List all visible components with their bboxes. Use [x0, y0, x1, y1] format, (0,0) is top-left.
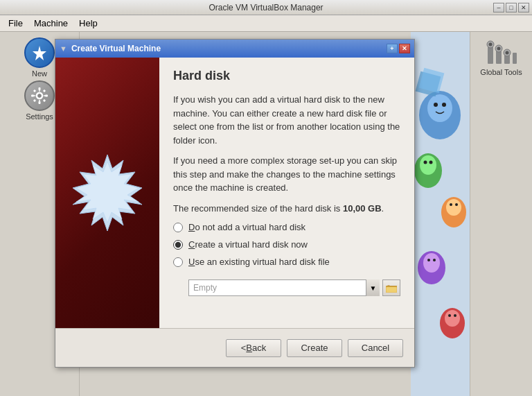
file-picker-row: Empty ▼	[188, 279, 400, 296]
para3-size: 10,00 GB	[343, 203, 382, 214]
radio-label-1: Do not add a virtual hard disk	[188, 222, 305, 232]
radio-option-2[interactable]: Create a virtual hard disk now	[173, 239, 400, 250]
window-controls: – □ ✕	[493, 3, 529, 12]
global-tools-panel: Global Tools	[470, 32, 532, 396]
svg-point-41	[488, 43, 492, 46]
global-tools-icon-svg	[485, 39, 518, 67]
dialog-expand-arrow[interactable]: ▼	[60, 44, 67, 53]
create-button[interactable]: Create	[287, 339, 342, 357]
global-tools-icon[interactable]	[484, 37, 519, 68]
menu-help[interactable]: Help	[73, 17, 103, 30]
file-picker-wrapper: Empty ▼	[188, 279, 380, 296]
dialog-window-controls: + ✕	[387, 44, 410, 53]
dialog-close-button[interactable]: ✕	[399, 44, 410, 53]
dialog-para1: If you wish you can add a virtual hard d…	[173, 93, 400, 147]
title-bar: Oracle VM VirtualBox Manager – □ ✕	[0, 0, 532, 15]
radio-group: Do not add a virtual hard disk Create a …	[173, 222, 400, 296]
close-button[interactable]: ✕	[518, 3, 529, 12]
dialog-right-content: Hard disk If you wish you can add a virt…	[159, 58, 414, 328]
svg-rect-39	[513, 53, 517, 64]
file-picker-select[interactable]: Empty	[188, 279, 380, 296]
dialog-image	[55, 58, 159, 328]
back-button[interactable]: < Back	[226, 339, 281, 357]
menu-file[interactable]: File	[3, 17, 28, 30]
modal-overlay: ▼ Create Virtual Machine + ✕	[0, 32, 470, 396]
radio-label-2: Create a virtual hard disk now	[188, 239, 308, 250]
cancel-button[interactable]: Cancel	[348, 339, 403, 357]
hard-disk-star-icon	[69, 155, 145, 231]
app-title: Oracle VM VirtualBox Manager	[209, 3, 323, 12]
radio-option-1[interactable]: Do not add a virtual hard disk	[173, 222, 400, 232]
svg-point-45	[505, 51, 508, 55]
dialog-para2: If you need a more complex storage set-u…	[173, 154, 400, 195]
folder-icon	[386, 283, 397, 293]
radio-option-3[interactable]: Use an existing virtual hard disk file	[173, 257, 400, 267]
dialog-add-button[interactable]: +	[387, 44, 398, 53]
main-area: New	[0, 32, 532, 396]
svg-marker-47	[76, 162, 139, 223]
svg-point-43	[497, 47, 500, 51]
global-tools-label: Global Tools	[480, 68, 522, 76]
radio-no-disk[interactable]	[173, 223, 183, 232]
para3-prefix: The recommended size of the hard disk is	[173, 203, 343, 214]
menu-bar: File Machine Help	[0, 15, 532, 32]
combo-dropdown-arrow[interactable]: ▼	[366, 279, 380, 296]
dialog-para3: The recommended size of the hard disk is…	[173, 202, 400, 216]
dialog-footer: < Back Create Cancel	[55, 328, 414, 367]
radio-create-disk[interactable]	[173, 240, 183, 250]
create-vm-dialog: ▼ Create Virtual Machine + ✕	[55, 39, 415, 368]
para3-suffix: .	[382, 203, 384, 214]
radio-existing-disk[interactable]	[173, 257, 183, 267]
menu-machine[interactable]: Machine	[28, 17, 73, 30]
radio-label-3: Use an existing virtual hard disk file	[188, 257, 330, 267]
dialog-title-bar: ▼ Create Virtual Machine + ✕	[55, 40, 414, 58]
dialog-content: Hard disk If you wish you can add a virt…	[55, 58, 414, 328]
dialog-heading: Hard disk	[173, 69, 400, 83]
minimize-button[interactable]: –	[493, 3, 504, 12]
file-browse-button[interactable]	[382, 279, 400, 296]
svg-rect-50	[387, 287, 396, 292]
restore-button[interactable]: □	[506, 3, 517, 12]
dialog-title: Create Virtual Machine	[71, 44, 161, 53]
